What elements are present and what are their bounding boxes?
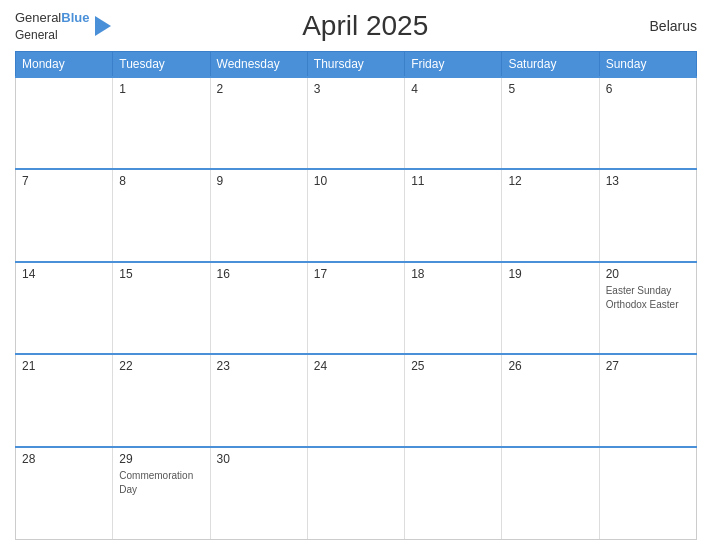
calendar-day-cell: 22: [113, 354, 210, 447]
day-number: 23: [217, 359, 301, 373]
col-wednesday: Wednesday: [210, 51, 307, 77]
day-number: 1: [119, 82, 203, 96]
calendar-day-cell: 15: [113, 262, 210, 355]
calendar-day-cell: 23: [210, 354, 307, 447]
day-number: 5: [508, 82, 592, 96]
day-number: 12: [508, 174, 592, 188]
day-number: 11: [411, 174, 495, 188]
col-tuesday: Tuesday: [113, 51, 210, 77]
calendar-day-cell: [502, 447, 599, 540]
day-number: 10: [314, 174, 398, 188]
day-number: 20: [606, 267, 690, 281]
col-friday: Friday: [405, 51, 502, 77]
calendar-day-cell: 27: [599, 354, 696, 447]
calendar-day-cell: 28: [16, 447, 113, 540]
calendar-day-cell: 20Easter Sunday Orthodox Easter: [599, 262, 696, 355]
svg-marker-1: [95, 16, 111, 36]
calendar-day-cell: 18: [405, 262, 502, 355]
calendar-day-cell: 6: [599, 77, 696, 170]
calendar-day-cell: 24: [307, 354, 404, 447]
day-number: 27: [606, 359, 690, 373]
calendar-day-cell: 13: [599, 169, 696, 262]
col-sunday: Sunday: [599, 51, 696, 77]
day-number: 4: [411, 82, 495, 96]
calendar-week-row: 21222324252627: [16, 354, 697, 447]
calendar-day-cell: 21: [16, 354, 113, 447]
calendar-day-cell: [599, 447, 696, 540]
calendar-day-cell: 10: [307, 169, 404, 262]
logo-icon: General: [15, 27, 70, 43]
calendar-day-cell: 14: [16, 262, 113, 355]
page-header: GeneralBlue General April 2025 Belarus: [15, 10, 697, 43]
calendar-day-cell: 9: [210, 169, 307, 262]
day-number: 18: [411, 267, 495, 281]
calendar-day-cell: 3: [307, 77, 404, 170]
day-number: 14: [22, 267, 106, 281]
day-number: 2: [217, 82, 301, 96]
calendar-day-cell: 2: [210, 77, 307, 170]
calendar-day-cell: [307, 447, 404, 540]
col-monday: Monday: [16, 51, 113, 77]
holiday-label: Commemoration Day: [119, 470, 193, 495]
day-number: 21: [22, 359, 106, 373]
calendar-day-cell: [16, 77, 113, 170]
logo-triangle-icon: [93, 16, 113, 36]
day-number: 15: [119, 267, 203, 281]
day-number: 8: [119, 174, 203, 188]
day-number: 22: [119, 359, 203, 373]
day-number: 3: [314, 82, 398, 96]
day-number: 25: [411, 359, 495, 373]
month-title: April 2025: [113, 10, 617, 42]
calendar-week-row: 2829Commemoration Day30: [16, 447, 697, 540]
day-number: 19: [508, 267, 592, 281]
holiday-label: Easter Sunday Orthodox Easter: [606, 285, 679, 310]
day-number: 16: [217, 267, 301, 281]
day-number: 17: [314, 267, 398, 281]
day-number: 30: [217, 452, 301, 466]
calendar-day-cell: 5: [502, 77, 599, 170]
calendar-week-row: 123456: [16, 77, 697, 170]
calendar-table: Monday Tuesday Wednesday Thursday Friday…: [15, 51, 697, 540]
calendar-day-cell: 11: [405, 169, 502, 262]
logo-text: GeneralBlue: [15, 10, 89, 27]
day-number: 28: [22, 452, 106, 466]
col-thursday: Thursday: [307, 51, 404, 77]
calendar-day-cell: 4: [405, 77, 502, 170]
calendar-day-cell: 1: [113, 77, 210, 170]
calendar-day-cell: 19: [502, 262, 599, 355]
day-number: 29: [119, 452, 203, 466]
calendar-day-cell: 7: [16, 169, 113, 262]
day-number: 24: [314, 359, 398, 373]
calendar-header-row: Monday Tuesday Wednesday Thursday Friday…: [16, 51, 697, 77]
calendar-day-cell: 12: [502, 169, 599, 262]
calendar-day-cell: 29Commemoration Day: [113, 447, 210, 540]
calendar-day-cell: 30: [210, 447, 307, 540]
logo: GeneralBlue General: [15, 10, 113, 43]
calendar-week-row: 14151617181920Easter Sunday Orthodox Eas…: [16, 262, 697, 355]
calendar-day-cell: 16: [210, 262, 307, 355]
country-label: Belarus: [617, 18, 697, 34]
day-number: 6: [606, 82, 690, 96]
day-number: 26: [508, 359, 592, 373]
calendar-day-cell: 17: [307, 262, 404, 355]
calendar-day-cell: 25: [405, 354, 502, 447]
col-saturday: Saturday: [502, 51, 599, 77]
day-number: 7: [22, 174, 106, 188]
day-number: 9: [217, 174, 301, 188]
calendar-day-cell: [405, 447, 502, 540]
calendar-week-row: 78910111213: [16, 169, 697, 262]
calendar-day-cell: 8: [113, 169, 210, 262]
svg-text:General: General: [15, 28, 58, 42]
calendar-day-cell: 26: [502, 354, 599, 447]
day-number: 13: [606, 174, 690, 188]
